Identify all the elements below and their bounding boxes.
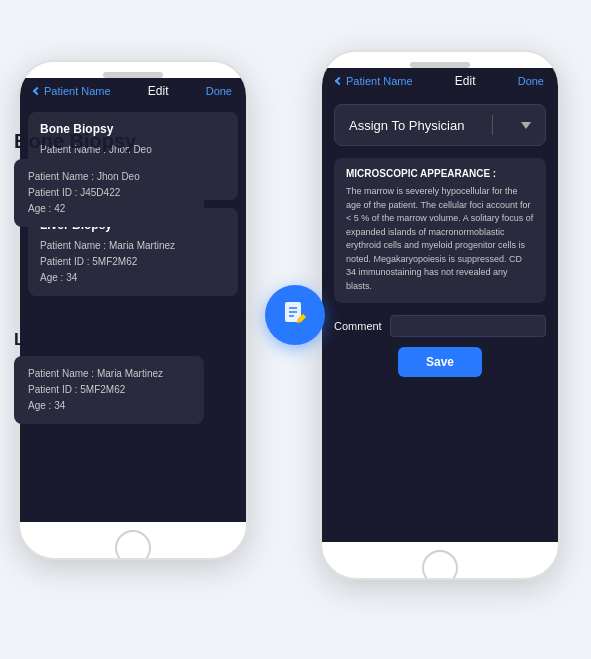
chevron-down-icon [521, 122, 531, 129]
back-chevron-icon [33, 87, 41, 95]
microscopic-text: The marrow is severely hypocellular for … [346, 185, 534, 293]
liver-patient-age: Age : 34 [40, 270, 226, 286]
right-home-button[interactable] [422, 550, 458, 580]
assign-physician-dropdown[interactable]: Assign To Physician [334, 104, 546, 146]
liver-biopsy-outside-title: Liver Biopsy [14, 330, 204, 350]
right-screen-content: Assign To Physician MICROSCOPIC APPEARAN… [322, 94, 558, 542]
bone-biopsy-detail-card: Patient Name : Jhon Deo Patient ID : J45… [14, 159, 204, 227]
liver-biopsy-outside: Liver Biopsy Patient Name : Maria Martin… [14, 330, 204, 424]
right-nav-bar: Patient Name Edit Done [322, 68, 558, 94]
liver-detail-info: Patient Name : Maria Martinez Patient ID… [28, 366, 190, 414]
right-back-label: Patient Name [346, 75, 413, 87]
comment-row: Comment [334, 315, 546, 337]
right-back-chevron-icon [335, 77, 343, 85]
dropdown-divider [492, 115, 493, 135]
bone-detail-age: Age : 42 [28, 201, 190, 217]
assign-physician-label: Assign To Physician [349, 118, 464, 133]
left-nav-done[interactable]: Done [206, 85, 232, 97]
microscopic-appearance-box: MICROSCOPIC APPEARANCE : The marrow is s… [334, 158, 546, 303]
right-nav-done[interactable]: Done [518, 75, 544, 87]
document-edit-svg [279, 299, 311, 331]
microscopic-title: MICROSCOPIC APPEARANCE : [346, 168, 534, 179]
liver-biopsy-detail-card: Patient Name : Maria Martinez Patient ID… [14, 356, 204, 424]
left-nav-back[interactable]: Patient Name [34, 85, 111, 97]
save-button[interactable]: Save [398, 347, 482, 377]
comment-label: Comment [334, 320, 382, 332]
phone-right: Patient Name Edit Done Assign To Physici… [320, 50, 560, 580]
right-nav-back[interactable]: Patient Name [336, 75, 413, 87]
bone-detail-name: Patient Name : Jhon Deo [28, 169, 190, 185]
bone-detail-info: Patient Name : Jhon Deo Patient ID : J45… [28, 169, 190, 217]
center-document-icon [265, 285, 325, 345]
bone-biopsy-outside-title: Bone Biopsy [14, 130, 204, 153]
left-home-button[interactable] [115, 530, 151, 560]
bone-biopsy-outside: Bone Biopsy Patient Name : Jhon Deo Pati… [14, 130, 204, 227]
comment-input[interactable] [390, 315, 546, 337]
bone-detail-id: Patient ID : J45D422 [28, 185, 190, 201]
liver-biopsy-info: Patient Name : Maria Martinez Patient ID… [40, 238, 226, 286]
left-nav-title: Edit [148, 84, 169, 98]
liver-detail-age: Age : 34 [28, 398, 190, 414]
left-nav-bar: Patient Name Edit Done [20, 78, 246, 104]
right-nav-title: Edit [455, 74, 476, 88]
liver-detail-id: Patient ID : 5MF2M62 [28, 382, 190, 398]
liver-detail-name: Patient Name : Maria Martinez [28, 366, 190, 382]
scene: Patient Name Edit Done Bone Biopsy Patie… [0, 0, 591, 659]
left-back-label: Patient Name [44, 85, 111, 97]
liver-patient-id: Patient ID : 5MF2M62 [40, 254, 226, 270]
liver-patient-name: Patient Name : Maria Martinez [40, 238, 226, 254]
